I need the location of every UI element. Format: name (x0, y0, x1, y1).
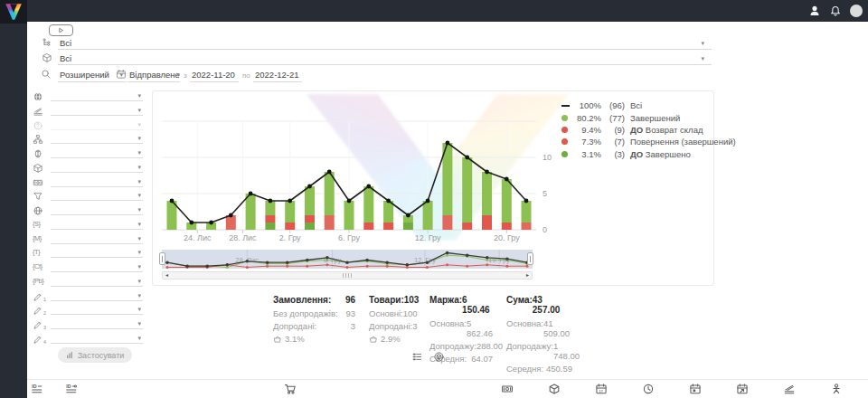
filter-status-group-select[interactable]: ▾ (33, 105, 146, 118)
navigator-scrollbar[interactable]: ◂ ▸ (162, 271, 533, 280)
filter-utm-content-select[interactable]: {Ct}▾ (33, 261, 146, 275)
scroll-left-button[interactable]: ◂ (163, 272, 171, 279)
bar-segment-return_warehouse[interactable] (363, 223, 373, 230)
filter-structure-select[interactable]: ▾ (33, 133, 146, 147)
statuses-icon[interactable] (783, 383, 796, 395)
data-point[interactable] (347, 199, 352, 204)
data-point[interactable] (406, 213, 410, 218)
filter-manager-select[interactable]: ▾ (33, 147, 146, 161)
courier-icon[interactable] (830, 383, 843, 395)
data-point[interactable] (189, 221, 193, 225)
order-id-icon[interactable]: ID (31, 383, 43, 395)
data-point[interactable] (485, 170, 489, 175)
bar-segment-return_warehouse[interactable] (482, 215, 492, 230)
legend-item[interactable]: 100%(96)Всі (561, 100, 736, 111)
date-to-input[interactable]: 2022-12-21 (253, 67, 302, 82)
order-id-status-icon[interactable]: ID (65, 383, 78, 395)
filter-custom-field-1-select[interactable]: 1▾ (33, 290, 146, 304)
legend-item[interactable]: 80.2%(77)Завершений (561, 111, 736, 123)
data-point[interactable] (209, 221, 213, 225)
filter-payment-select[interactable]: ▾ (33, 176, 146, 190)
filter-utm-medium-select[interactable]: {M}▾ (33, 233, 146, 247)
filter-product-select[interactable]: ▾ (33, 162, 146, 175)
notifications-bell-icon[interactable] (829, 5, 842, 17)
filter-country-select[interactable]: ▾ (33, 90, 146, 104)
filter-custom-field-4-select[interactable]: 4▾ (33, 333, 146, 346)
list-view-toggle[interactable] (411, 351, 423, 363)
bar-segment-completed[interactable] (325, 172, 335, 215)
bar-segment-completed[interactable] (363, 186, 373, 223)
filter-custom-field-2-select[interactable]: 2▾ (33, 304, 146, 317)
data-point[interactable] (505, 177, 509, 182)
data-point[interactable] (249, 192, 253, 196)
apply-button[interactable]: Застосувати (58, 347, 132, 363)
data-point[interactable] (170, 199, 175, 204)
products-icon[interactable] (548, 383, 561, 395)
data-point[interactable] (465, 156, 469, 160)
avatar[interactable] (850, 5, 863, 17)
data-point[interactable] (386, 199, 391, 204)
date-delivered-icon[interactable] (736, 383, 749, 395)
date-sent-icon[interactable] (689, 383, 702, 395)
filter-utm-term-select[interactable]: {T}▾ (33, 247, 146, 261)
app-logo[interactable] (0, 0, 27, 24)
data-point[interactable] (288, 199, 292, 204)
data-point[interactable] (366, 185, 371, 189)
bar-segment-return_warehouse[interactable] (305, 215, 315, 223)
legend-item[interactable]: 7.3%(7)Повернення (завершений) (561, 136, 736, 147)
bar-segment-do_completed[interactable] (265, 223, 275, 230)
bar-segment-return_warehouse[interactable] (502, 223, 512, 230)
filter-site-select[interactable]: ▾ (33, 204, 146, 218)
data-point[interactable] (426, 199, 430, 204)
navigator-left-handle[interactable] (159, 252, 165, 265)
bar-segment-do_completed[interactable] (305, 223, 315, 230)
bar-segment-return_warehouse[interactable] (383, 223, 393, 230)
date-type-select[interactable]: Відправлене ▾ (127, 67, 180, 82)
user-icon[interactable] (808, 5, 821, 17)
scroll-right-button[interactable]: ▸ (524, 272, 532, 279)
bar-segment-return_completed[interactable] (325, 215, 335, 230)
cart-icon[interactable] (284, 383, 297, 395)
bar-segment-completed[interactable] (246, 194, 256, 230)
data-point[interactable] (446, 141, 450, 146)
bar-segment-completed[interactable] (285, 201, 295, 223)
filter-custom-field-3-select[interactable]: 3▾ (33, 318, 146, 332)
bar-segment-completed[interactable] (462, 157, 472, 223)
bar-segment-completed[interactable] (482, 172, 492, 215)
bar-segment-completed[interactable] (423, 201, 433, 230)
scrollbar-grip[interactable] (343, 273, 352, 278)
filter-utm-campaign-select[interactable]: {Pb}▾ (33, 276, 146, 289)
data-point[interactable] (524, 199, 529, 204)
product-select[interactable]: Всі ▾ (40, 51, 712, 65)
filter-funnel-select[interactable]: ▾ (33, 190, 146, 204)
bar-segment-return_warehouse[interactable] (285, 223, 295, 230)
legend-item[interactable]: 9.4%(9)ДО Возврат склад (561, 124, 736, 136)
bar-segment-completed[interactable] (305, 186, 315, 215)
chevron-down-icon: ▾ (137, 206, 141, 213)
payment-icon[interactable] (501, 383, 514, 395)
bar-segment-return_completed[interactable] (442, 215, 452, 230)
data-point[interactable] (229, 213, 233, 218)
filter-utm-source-select[interactable]: {S}▾ (33, 219, 146, 232)
product-view-toggle[interactable] (433, 351, 445, 363)
legend-item[interactable]: 3.1%(3)ДО Завершено (561, 148, 736, 160)
bar-segment-completed[interactable] (502, 179, 512, 223)
bar-segment-return_warehouse[interactable] (265, 215, 275, 223)
data-point[interactable] (307, 185, 312, 189)
data-point[interactable] (269, 199, 273, 204)
filter-help-filter-select[interactable]: ▾ (33, 119, 146, 133)
date-created-icon[interactable]: 17 (595, 383, 608, 395)
bar-segment-do_completed[interactable] (403, 223, 413, 230)
navigator-right-handle[interactable] (527, 252, 533, 265)
data-point[interactable] (327, 170, 332, 175)
date-from-label: з (184, 71, 187, 80)
bar-segment-return_completed[interactable] (522, 223, 532, 230)
package-icon (42, 52, 52, 63)
bar-segment-return_warehouse[interactable] (462, 223, 472, 230)
time-icon[interactable] (642, 383, 655, 395)
chart-navigator[interactable]: 28. Лис6. Гру12. Гру19. Гру (162, 250, 533, 269)
date-from-input[interactable]: 2022-11-20 (190, 67, 239, 82)
source-select[interactable]: Всі ▾ (40, 35, 712, 50)
bar-segment-completed[interactable] (344, 201, 354, 230)
bar-segment-completed[interactable] (522, 201, 532, 223)
